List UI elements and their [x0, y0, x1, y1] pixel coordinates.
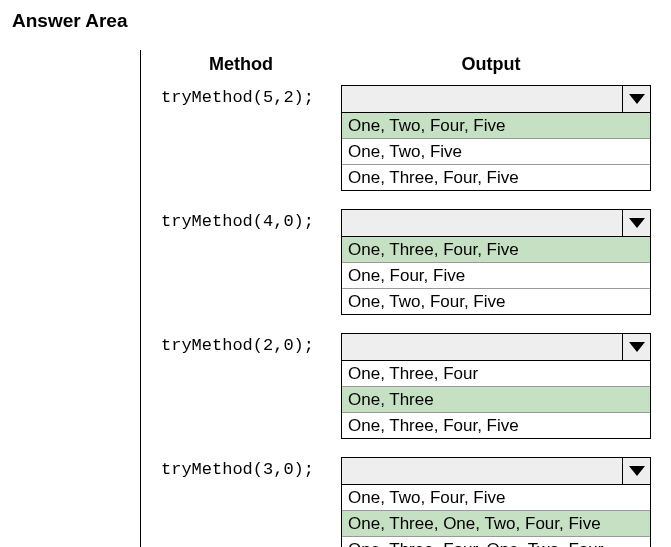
chevron-down-icon — [629, 218, 645, 228]
table-row: tryMethod(4,0);One, Three, Four, FiveOne… — [141, 209, 661, 315]
table-row: tryMethod(5,2);One, Two, Four, FiveOne, … — [141, 85, 661, 191]
dropdown-option-list: One, Two, Four, FiveOne, Three, One, Two… — [341, 485, 651, 547]
dropdown-option[interactable]: One, Three, One, Two, Four, Five — [342, 511, 650, 537]
dropdown-option[interactable]: One, Three — [342, 387, 650, 413]
table-row: tryMethod(3,0);One, Two, Four, FiveOne, … — [141, 457, 661, 547]
output-dropdown[interactable] — [341, 85, 651, 113]
output-cell: One, Two, Four, FiveOne, Three, One, Two… — [341, 457, 661, 547]
output-cell: One, Three, Four, FiveOne, Four, FiveOne… — [341, 209, 661, 315]
table-header-row: Method Output — [141, 50, 661, 85]
dropdown-arrow-button[interactable] — [622, 458, 650, 484]
dropdown-arrow-button[interactable] — [622, 86, 650, 112]
header-method: Method — [141, 54, 341, 75]
method-call: tryMethod(5,2); — [141, 85, 341, 191]
output-cell: One, Two, Four, FiveOne, Two, FiveOne, T… — [341, 85, 661, 191]
method-call: tryMethod(3,0); — [141, 457, 341, 547]
answer-table: Method Output tryMethod(5,2);One, Two, F… — [140, 50, 661, 547]
dropdown-option[interactable]: One, Three, Four, One, Two, Four, Five — [342, 537, 650, 547]
table-row: tryMethod(2,0);One, Three, FourOne, Thre… — [141, 333, 661, 439]
chevron-down-icon — [629, 342, 645, 352]
header-output: Output — [341, 54, 661, 75]
dropdown-option[interactable]: One, Two, Five — [342, 139, 650, 165]
method-call: tryMethod(2,0); — [141, 333, 341, 439]
chevron-down-icon — [629, 94, 645, 104]
dropdown-arrow-button[interactable] — [622, 334, 650, 360]
dropdown-option-list: One, Three, FourOne, ThreeOne, Three, Fo… — [341, 361, 651, 439]
dropdown-selected-value — [342, 86, 622, 112]
dropdown-option[interactable]: One, Two, Four, Five — [342, 289, 650, 314]
dropdown-selected-value — [342, 458, 622, 484]
dropdown-option[interactable]: One, Three, Four, Five — [342, 237, 650, 263]
dropdown-option[interactable]: One, Three, Four, Five — [342, 165, 650, 190]
output-dropdown[interactable] — [341, 333, 651, 361]
dropdown-option[interactable]: One, Three, Four — [342, 361, 650, 387]
dropdown-selected-value — [342, 210, 622, 236]
dropdown-selected-value — [342, 334, 622, 360]
dropdown-arrow-button[interactable] — [622, 210, 650, 236]
dropdown-option-list: One, Three, Four, FiveOne, Four, FiveOne… — [341, 237, 651, 315]
dropdown-option[interactable]: One, Four, Five — [342, 263, 650, 289]
dropdown-option[interactable]: One, Two, Four, Five — [342, 485, 650, 511]
chevron-down-icon — [629, 466, 645, 476]
dropdown-option[interactable]: One, Three, Four, Five — [342, 413, 650, 438]
method-call: tryMethod(4,0); — [141, 209, 341, 315]
page-title: Answer Area — [12, 10, 661, 32]
output-dropdown[interactable] — [341, 209, 651, 237]
output-cell: One, Three, FourOne, ThreeOne, Three, Fo… — [341, 333, 661, 439]
output-dropdown[interactable] — [341, 457, 651, 485]
dropdown-option-list: One, Two, Four, FiveOne, Two, FiveOne, T… — [341, 113, 651, 191]
dropdown-option[interactable]: One, Two, Four, Five — [342, 113, 650, 139]
